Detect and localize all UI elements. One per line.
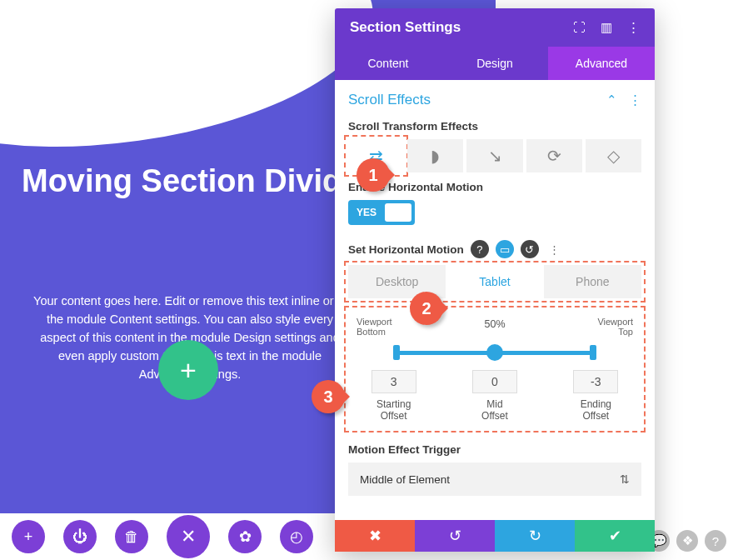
layers-icon[interactable]: ❖ (676, 530, 698, 552)
discard-button[interactable]: ✖ (335, 520, 415, 552)
rotate-icon[interactable]: ⟳ (526, 139, 582, 172)
set-horizontal-label: Set Horizontal Motion (348, 243, 464, 256)
viewport-top-label: Viewport Top (597, 317, 633, 337)
starting-offset-label: Starting Offset (371, 398, 416, 422)
ending-offset-input[interactable] (573, 370, 618, 393)
ending-offset-label: Ending Offset (573, 398, 618, 422)
panel-tabs: Content Design Advanced (335, 47, 655, 80)
trash-icon[interactable]: 🗑 (115, 520, 148, 553)
mid-offset-label: Mid Offset (472, 398, 517, 422)
scale-icon[interactable]: ↘ (466, 139, 522, 172)
settings-icon[interactable]: ✿ (228, 520, 262, 553)
toggle-yes-label: YES (348, 207, 385, 218)
power-icon[interactable]: ⏻ (63, 520, 97, 553)
help-question-icon[interactable]: ? (471, 240, 489, 258)
add-module-button[interactable]: + (158, 340, 218, 400)
tab-advanced[interactable]: Advanced (548, 47, 655, 80)
motion-trigger-select[interactable]: Middle of Element ⇅ (348, 462, 641, 496)
close-builder-button[interactable]: ✕ (167, 515, 210, 558)
device-phone-tab[interactable]: Phone (544, 265, 641, 298)
chevron-updown-icon: ⇅ (620, 472, 630, 486)
callout-2: 2 (410, 292, 443, 325)
fade-icon[interactable]: ◇ (586, 139, 641, 172)
callout-1: 1 (357, 158, 390, 192)
panel-action-bar: ✖ ↺ ↻ ✔ (335, 520, 655, 552)
help-strip: 💬 ❖ ? (648, 530, 726, 552)
wave-divider-shape (0, 0, 386, 176)
device-tabs: Desktop Tablet Phone (348, 265, 641, 298)
history-icon[interactable]: ◴ (280, 520, 313, 553)
starting-offset-input[interactable] (371, 370, 416, 393)
blur-icon[interactable]: ◗ (407, 139, 463, 172)
panel-title: Section Settings (350, 19, 461, 36)
help-icon[interactable]: ? (705, 530, 726, 552)
device-tablet-tab[interactable]: Tablet (446, 265, 543, 298)
section-more-icon[interactable]: ⋮ (629, 92, 641, 108)
expand-icon[interactable]: ⛶ (573, 20, 586, 35)
range-handle-center[interactable] (486, 344, 503, 361)
callout-3: 3 (312, 380, 345, 413)
panel-header: Section Settings ⛶ ▥ ⋮ (335, 8, 655, 47)
range-slider[interactable] (396, 342, 593, 363)
toggle-knob (385, 203, 411, 222)
responsive-icon[interactable]: ▭ (496, 240, 514, 258)
section-title: Scroll Effects (348, 92, 431, 108)
viewport-bottom-label: Viewport Bottom (357, 317, 392, 337)
tab-content[interactable]: Content (335, 47, 441, 80)
scroll-transform-label: Scroll Transform Effects (348, 120, 641, 132)
panel-body: Scroll Effects ⌃ ⋮ Scroll Transform Effe… (335, 80, 655, 520)
motion-trigger-value: Middle of Element (360, 473, 450, 486)
reset-icon[interactable]: ↺ (521, 240, 539, 258)
more-icon[interactable]: ⋮ (627, 20, 640, 35)
save-button[interactable]: ✔ (575, 520, 655, 552)
range-handle-right[interactable] (590, 345, 596, 360)
range-box: 50% Viewport Bottom Viewport Top Startin… (348, 310, 641, 428)
field-more-icon[interactable]: ⋮ (546, 240, 564, 258)
range-handle-left[interactable] (393, 345, 400, 360)
settings-panel: Section Settings ⛶ ▥ ⋮ Content Design Ad… (335, 8, 655, 552)
add-section-button[interactable]: + (12, 520, 45, 553)
mid-offset-input[interactable] (472, 370, 517, 393)
motion-trigger-label: Motion Effect Trigger (348, 443, 641, 456)
collapse-icon[interactable]: ⌃ (606, 92, 617, 108)
columns-icon[interactable]: ▥ (601, 20, 612, 35)
redo-button[interactable]: ↻ (495, 520, 575, 552)
enable-horizontal-toggle[interactable]: YES (348, 200, 415, 225)
undo-button[interactable]: ↺ (415, 520, 495, 552)
tab-design[interactable]: Design (441, 47, 548, 80)
